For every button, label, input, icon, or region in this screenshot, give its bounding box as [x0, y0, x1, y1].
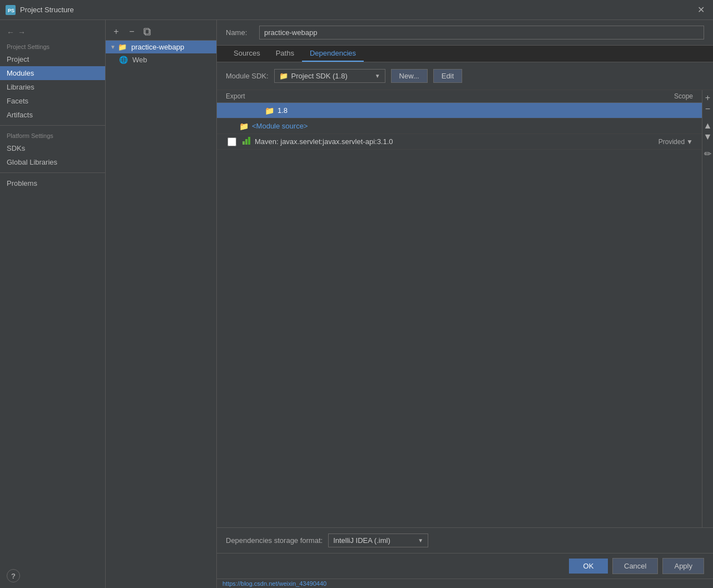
col-export: Export	[226, 92, 265, 100]
sdk-dropdown[interactable]: 📁 Project SDK (1.8) ▼	[274, 69, 385, 83]
copy-module-button[interactable]	[141, 26, 154, 38]
maven-icon	[242, 137, 251, 146]
sdk-folder-icon: 📁	[279, 72, 288, 80]
deps-list: Export Scope 📁 1.8 📁	[217, 90, 702, 527]
title-bar-left: PS Project Structure	[6, 5, 74, 15]
tree-toggle: ▼	[110, 44, 116, 50]
status-bar: https://blog.csdn.net/weixin_43490440	[217, 579, 713, 588]
deps-down-button[interactable]: ▼	[702, 131, 714, 142]
deps-edit-button[interactable]: ✏	[702, 148, 714, 159]
window-title: Project Structure	[20, 6, 74, 14]
app-icon: PS	[6, 5, 16, 15]
tree-item-label: practice-webapp	[131, 43, 184, 51]
sidebar-item-project[interactable]: Project	[0, 52, 105, 66]
tab-paths[interactable]: Paths	[268, 46, 302, 62]
deps-row-maven-name: Maven: javax.servlet:javax.servlet-api:3…	[255, 137, 658, 146]
scope-arrow[interactable]: ▼	[686, 138, 693, 146]
col-name	[265, 92, 637, 100]
deps-remove-button[interactable]: −	[702, 103, 714, 115]
sdk-edit-button[interactable]: Edit	[433, 69, 462, 83]
bottom-area: Dependencies storage format: IntelliJ ID…	[217, 527, 713, 553]
folder-icon: 📁	[118, 43, 127, 51]
tab-sources[interactable]: Sources	[226, 46, 268, 62]
close-button[interactable]: ✕	[694, 3, 707, 17]
format-value: IntelliJ IDEA (.iml)	[333, 536, 414, 545]
tab-dependencies[interactable]: Dependencies	[302, 46, 364, 62]
remove-module-button[interactable]: −	[126, 26, 138, 38]
tabs-row: Sources Paths Dependencies	[217, 46, 713, 62]
sidebar-item-problems[interactable]: Problems	[0, 176, 105, 190]
deps-row-sdk-name: 1.8	[278, 106, 637, 115]
deps-row-module-source-name: <Module source>	[252, 122, 637, 130]
deps-row-maven[interactable]: Maven: javax.servlet:javax.servlet-api:3…	[217, 134, 702, 150]
add-module-button[interactable]: +	[110, 26, 122, 38]
deps-header: Export Scope	[217, 90, 702, 103]
sidebar-divider-2	[0, 172, 105, 173]
sdk-folder-icon: 📁	[265, 106, 274, 115]
sidebar-item-libraries[interactable]: Libraries	[0, 80, 105, 94]
sdk-row: Module SDK: 📁 Project SDK (1.8) ▼ New...…	[217, 62, 713, 90]
sidebar-divider	[0, 125, 105, 126]
ok-button[interactable]: OK	[569, 559, 608, 574]
button-row: OK Cancel Apply	[217, 553, 713, 579]
platform-settings-label: Platform Settings	[0, 129, 105, 141]
tree-toolbar: + −	[106, 23, 216, 41]
name-input[interactable]	[259, 26, 704, 39]
project-settings-label: Project Settings	[0, 40, 105, 52]
sdk-arrow: ▼	[375, 73, 380, 79]
svg-rect-5	[245, 139, 247, 145]
name-row: Name:	[217, 20, 713, 46]
sdk-label: Module SDK:	[226, 72, 269, 80]
scope-cell-maven: Provided ▼	[658, 138, 693, 146]
nav-arrows: ← →	[0, 24, 105, 40]
sidebar-item-modules[interactable]: Modules	[0, 66, 105, 80]
scope-value: Provided	[658, 138, 685, 146]
format-label: Dependencies storage format:	[226, 536, 323, 545]
sidebar-item-sdks[interactable]: SDKs	[0, 141, 105, 155]
status-url[interactable]: https://blog.csdn.net/weixin_43490440	[222, 580, 326, 587]
right-panel: Name: Sources Paths Dependencies Module …	[217, 20, 713, 588]
forward-arrow[interactable]: →	[18, 28, 26, 37]
sidebar: ← → Project Settings Project Modules Lib…	[0, 20, 106, 588]
deps-up-button[interactable]: ▲	[702, 120, 714, 131]
svg-rect-6	[248, 137, 250, 145]
format-dropdown[interactable]: IntelliJ IDEA (.iml) ▼	[328, 533, 428, 547]
format-arrow: ▼	[418, 537, 423, 543]
tree-item-practice-webapp[interactable]: ▼ 📁 practice-webapp	[106, 41, 216, 53]
web-icon: 🌐	[119, 56, 128, 64]
sidebar-item-facets[interactable]: Facets	[0, 94, 105, 108]
title-bar: PS Project Structure ✕	[0, 0, 713, 20]
back-arrow[interactable]: ←	[7, 28, 14, 37]
maven-export-checkbox[interactable]	[227, 137, 236, 146]
main-container: ← → Project Settings Project Modules Lib…	[0, 20, 713, 588]
sidebar-item-artifacts[interactable]: Artifacts	[0, 108, 105, 122]
export-checkbox-cell	[226, 137, 242, 146]
svg-text:PS: PS	[8, 8, 14, 13]
sdk-value: Project SDK (1.8)	[291, 72, 372, 80]
name-label: Name:	[226, 28, 254, 37]
deps-row-module-source[interactable]: 📁 <Module source>	[217, 118, 702, 134]
module-source-icon: 📁	[239, 122, 249, 131]
help-button[interactable]: ?	[7, 569, 20, 582]
sdk-new-button[interactable]: New...	[391, 69, 428, 83]
middle-and-right: + − ▼ 📁 practice-webapp 🌐 Web	[106, 20, 713, 588]
module-tree-panel: + − ▼ 📁 practice-webapp 🌐 Web	[106, 20, 217, 588]
deps-row-sdk[interactable]: 📁 1.8	[217, 103, 702, 118]
sidebar-bottom: ?	[0, 564, 105, 588]
sidebar-item-global-libraries[interactable]: Global Libraries	[0, 155, 105, 169]
col-scope: Scope	[637, 92, 693, 100]
cancel-button[interactable]: Cancel	[612, 558, 658, 574]
deps-side-actions: + − ▲ ▼ ✏	[702, 90, 713, 527]
tree-item-web[interactable]: 🌐 Web	[106, 53, 216, 66]
apply-button[interactable]: Apply	[662, 558, 704, 574]
deps-add-button[interactable]: +	[702, 92, 714, 103]
svg-rect-4	[242, 141, 245, 145]
deps-area: Export Scope 📁 1.8 📁	[217, 90, 713, 527]
tree-child-label: Web	[132, 56, 147, 64]
